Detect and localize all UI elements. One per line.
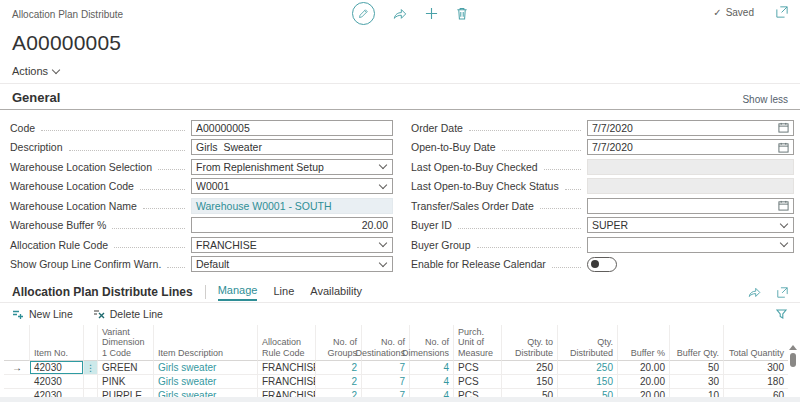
- new-line-button[interactable]: New Line: [12, 308, 73, 320]
- col-item-no[interactable]: Item No.: [30, 325, 84, 361]
- col-variant[interactable]: Variant Dimension 1 Code: [98, 325, 154, 361]
- field-last-otb-status-label: Last Open-to-Buy Check Status: [411, 180, 559, 192]
- delete-line-button[interactable]: Delete Line: [93, 308, 163, 320]
- cell-total-quantity[interactable]: 180: [724, 375, 788, 389]
- cell-variant[interactable]: PINK: [98, 375, 154, 389]
- cell-no-groups[interactable]: 2: [316, 375, 362, 389]
- allocation-rule-code-select[interactable]: FRANCHISE: [191, 237, 393, 253]
- cell-item-description[interactable]: Girls sweater: [154, 361, 258, 375]
- description-input[interactable]: Girls Sweater: [191, 139, 393, 155]
- dotted-leader: [552, 267, 581, 268]
- col-allocation-rule[interactable]: Allocation Rule Code: [258, 325, 316, 361]
- col-total-quantity[interactable]: Total Quantity: [724, 325, 788, 361]
- cell-allocation-rule[interactable]: FRANCHISE: [258, 375, 316, 389]
- cell-variant[interactable]: GREEN: [98, 361, 154, 375]
- order-date-input[interactable]: 7/7/2020: [587, 120, 794, 136]
- cell-allocation-rule[interactable]: FRANCHISE: [258, 361, 316, 375]
- warehouse-location-name-link[interactable]: Warehouse W0001 - SOUTH: [191, 198, 393, 214]
- lines-section-header: Allocation Plan Distribute Lines Manage …: [0, 274, 800, 300]
- col-buffer-qty[interactable]: Buffer Qty.: [670, 325, 724, 361]
- scroll-up-icon[interactable]: [789, 345, 797, 350]
- delete-line-label: Delete Line: [110, 308, 163, 320]
- warehouse-location-selection-select[interactable]: From Replenishment Setup: [191, 159, 393, 175]
- tab-manage[interactable]: Manage: [218, 284, 258, 301]
- edit-icon[interactable]: [352, 2, 375, 25]
- field-erc-label: Enable for Release Calendar: [411, 258, 546, 270]
- table-scrollbar[interactable]: [788, 345, 798, 397]
- table-row[interactable]: → 42030 ⋮ GREEN Girls sweater FRANCHISE …: [4, 361, 788, 375]
- cell-item-no[interactable]: 42030: [30, 375, 84, 389]
- col-qty-to-distribute[interactable]: Qty. to Distribute: [502, 325, 558, 361]
- popout-icon[interactable]: [777, 286, 788, 298]
- show-less-link[interactable]: Show less: [742, 94, 788, 105]
- filter-icon[interactable]: [776, 308, 788, 320]
- cell-qty-distributed[interactable]: 150: [558, 375, 618, 389]
- general-right-column: Order Date 7/7/2020 Open-to-Buy Date 7/7…: [411, 118, 794, 274]
- last-otb-checked-field: [587, 159, 794, 175]
- buyer-group-select[interactable]: [587, 237, 794, 253]
- cell-no-destinations[interactable]: 7: [362, 375, 410, 389]
- cell-no-destinations[interactable]: 7: [362, 361, 410, 375]
- cell-purch-uom[interactable]: PCS: [454, 375, 502, 389]
- popout-icon[interactable]: [776, 6, 788, 18]
- tab-line[interactable]: Line: [273, 285, 294, 300]
- cell-purch-uom[interactable]: PCS: [454, 361, 502, 375]
- actions-menu[interactable]: Actions: [0, 55, 800, 84]
- table-row[interactable]: 42030 PINK Girls sweater FRANCHISE 2 7 4…: [4, 375, 788, 389]
- col-qty-distributed[interactable]: Qty. Distributed: [558, 325, 618, 361]
- buyer-id-select[interactable]: SUPER: [587, 217, 794, 233]
- cell-total-quantity[interactable]: 300: [724, 361, 788, 375]
- cell-no-groups[interactable]: 2: [316, 361, 362, 375]
- share-icon[interactable]: [393, 7, 407, 20]
- cell-qty-distributed[interactable]: 250: [558, 361, 618, 375]
- dotted-leader: [143, 208, 185, 209]
- calendar-icon[interactable]: [778, 200, 789, 211]
- cell-item-description[interactable]: Girls sweater: [154, 375, 258, 389]
- field-last-otb-checked: Last Open-to-Buy Checked: [411, 157, 794, 177]
- cell-item-no[interactable]: 42030: [30, 361, 84, 375]
- cell-no-dimensions[interactable]: 4: [410, 361, 454, 375]
- dotted-leader: [458, 228, 581, 229]
- col-purch-uom[interactable]: Purch. Unit of Measure: [454, 325, 502, 361]
- general-left-column: Code A00000005 Description Girls Sweater…: [10, 118, 393, 274]
- share-icon[interactable]: [748, 286, 761, 298]
- tab-availability[interactable]: Availability: [310, 285, 362, 300]
- show-group-line-confirm-select[interactable]: Default: [191, 256, 393, 272]
- warehouse-location-code-select[interactable]: W0001: [191, 178, 393, 194]
- calendar-icon[interactable]: [778, 122, 789, 133]
- cell-menu: ⋮: [84, 361, 98, 375]
- enable-release-calendar-toggle[interactable]: [587, 257, 617, 272]
- code-input[interactable]: A00000005: [191, 120, 393, 136]
- saved-status: ✓ Saved: [713, 7, 754, 18]
- delete-icon[interactable]: [456, 7, 468, 20]
- cell-qty-to-distribute[interactable]: 150: [502, 375, 558, 389]
- field-code-label: Code: [10, 122, 35, 134]
- row-context-menu-icon[interactable]: ⋮: [84, 361, 97, 374]
- warehouse-buffer-input[interactable]: 20.00: [191, 217, 393, 233]
- col-no-dimensions[interactable]: No. of Dimensions: [410, 325, 454, 361]
- add-icon[interactable]: [425, 7, 438, 20]
- calendar-icon[interactable]: [778, 142, 789, 153]
- cell-buffer-pct[interactable]: 20.00: [618, 361, 670, 375]
- open-to-buy-date-input[interactable]: 7/7/2020: [587, 139, 794, 155]
- cell-buffer-qty[interactable]: 50: [670, 361, 724, 375]
- page-title: A00000005: [0, 28, 800, 55]
- general-divider: [0, 109, 800, 110]
- transfer-sales-order-date-input[interactable]: [587, 198, 794, 214]
- field-wln-label: Warehouse Location Name: [10, 200, 137, 212]
- field-wlc-label: Warehouse Location Code: [10, 180, 134, 192]
- last-otb-check-status-field: [587, 178, 794, 194]
- cell-buffer-qty[interactable]: 30: [670, 375, 724, 389]
- field-buffer-label: Warehouse Buffer %: [10, 219, 106, 231]
- cell-qty-to-distribute[interactable]: 250: [502, 361, 558, 375]
- general-section-title[interactable]: General: [12, 90, 60, 105]
- col-item-description[interactable]: Item Description: [154, 325, 258, 361]
- cell-buffer-pct[interactable]: 20.00: [618, 375, 670, 389]
- scrollbar-thumb[interactable]: [790, 353, 796, 367]
- dotted-leader: [469, 130, 581, 131]
- dotted-leader: [565, 189, 581, 190]
- check-icon: ✓: [713, 7, 721, 18]
- cell-no-dimensions[interactable]: 4: [410, 375, 454, 389]
- dotted-leader: [158, 169, 185, 170]
- col-buffer-pct[interactable]: Buffer %: [618, 325, 670, 361]
